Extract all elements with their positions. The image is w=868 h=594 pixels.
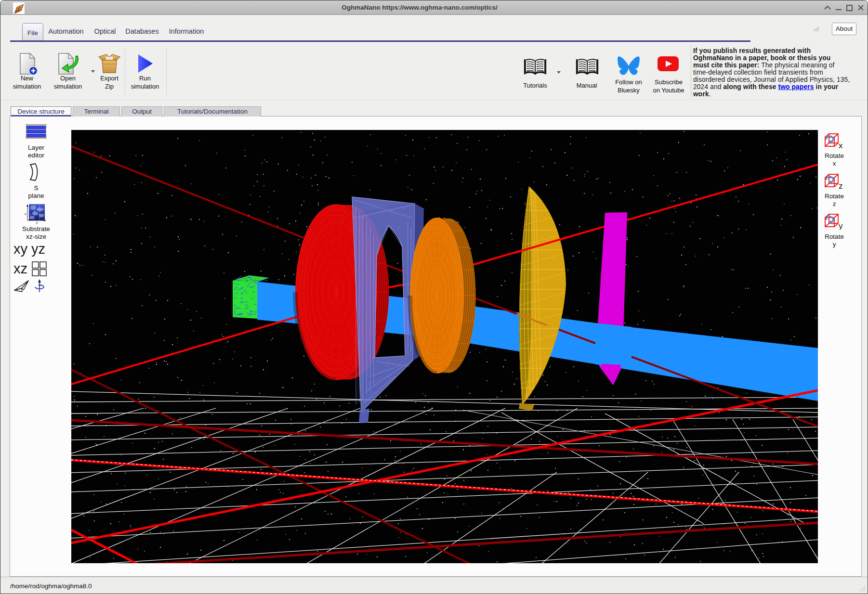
svg-text:z: z xyxy=(36,221,38,224)
svg-text:y: y xyxy=(839,221,843,230)
svg-text:x: x xyxy=(839,141,843,149)
svg-text:x: x xyxy=(25,212,26,216)
svg-text:z: z xyxy=(839,181,843,190)
